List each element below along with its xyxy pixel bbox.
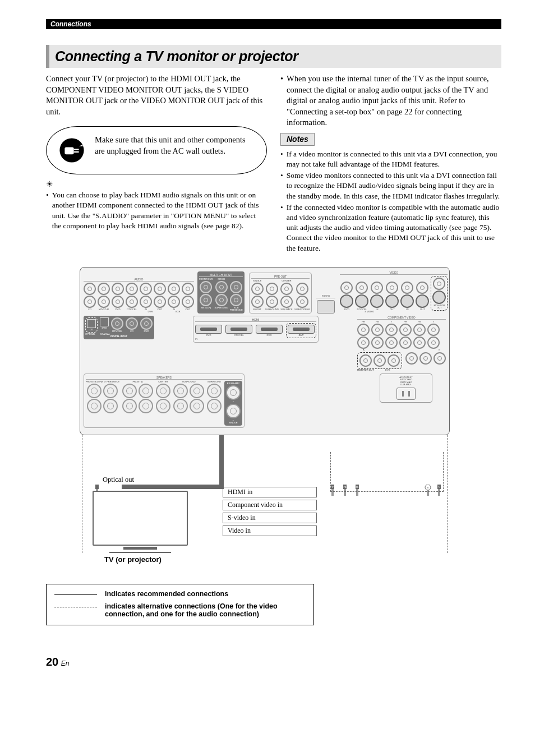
note-1-text: If a video monitor is connected to this … (287, 149, 501, 169)
rca-jack (359, 354, 372, 367)
hdmi-cable (219, 435, 224, 489)
optical-jack (100, 317, 109, 326)
note-2-text: Some video monitors connected to this un… (287, 170, 501, 201)
rca-jack (413, 336, 426, 349)
tip-icon: ☀ (46, 179, 54, 190)
rca-jack (416, 282, 428, 294)
rca-jack (388, 354, 400, 367)
speaker-terminal (173, 384, 188, 398)
dock-port (317, 300, 335, 314)
rca-jack (296, 296, 308, 308)
hdmi-port (288, 325, 315, 334)
rca-jack (399, 336, 412, 349)
component-group: COMPONENT VIDEO PR PB Y PR PB Y A B (357, 316, 446, 372)
monitor-out-component (357, 352, 402, 369)
extra-amp: EX/SB AMP + – SINGLE (224, 381, 242, 426)
rca-jack (399, 324, 412, 336)
speaker-terminal (139, 399, 153, 413)
svg-rect-4 (95, 485, 99, 489)
speaker-terminal (226, 385, 241, 400)
rca-jack (296, 283, 308, 295)
speakers-group: SPEAKERS FRONT B/ZONE 2/ PRESENCE FRONT … (84, 374, 245, 428)
rca-jack (112, 283, 124, 295)
speaker-terminal (103, 384, 118, 398)
rca-jack (215, 294, 228, 306)
speaker-terminal (139, 384, 153, 398)
audio-header: AUDIO (84, 278, 194, 282)
rca-jack (126, 296, 138, 308)
rca-jack (280, 283, 293, 295)
rca-jack (84, 296, 96, 308)
svg-rect-2 (74, 149, 79, 150)
speaker-terminal (103, 399, 118, 413)
svideo-jack (355, 294, 368, 308)
rca-jack (433, 278, 445, 290)
rca-jack (251, 296, 264, 308)
rca-jack (373, 354, 386, 367)
rca-jack (385, 336, 398, 349)
hdmi-group: HDMI DVD DTV/CBL DVR OUT IN (193, 316, 319, 343)
coax-jack (126, 317, 138, 330)
hdmi-in-label: HDMI in (223, 487, 317, 497)
body-columns: Connect your TV (or projector) to the HD… (46, 73, 501, 255)
ac-outlet: AC OUTLET SWITCHED 100W MAX. 0.4A MAX. (380, 374, 432, 403)
rca-jack (371, 336, 384, 349)
component-in-label: Component video in (223, 500, 317, 510)
rca-jack (98, 283, 110, 295)
tv-caption: TV (or projector) (104, 555, 216, 564)
note-3: • If the connected video monitor is comp… (280, 202, 501, 253)
hdmi-port (225, 325, 252, 334)
rca-jack (112, 296, 124, 308)
rca-jack (427, 336, 440, 349)
rca-jack (126, 283, 138, 295)
rca-jack (84, 283, 96, 295)
tip-text: You can choose to play back HDMI audio s… (52, 190, 267, 231)
connection-labels: HDMI in Component video in S-video in Vi… (223, 487, 317, 538)
rca-jack (371, 282, 383, 294)
speaker-terminal (122, 399, 137, 413)
rca-jack (357, 324, 370, 336)
page-number: 20 En (46, 656, 501, 669)
speaker-terminal (156, 384, 170, 398)
speaker-terminal (207, 399, 222, 413)
speaker-terminal (156, 399, 170, 413)
right-bullet-1-text: When you use the internal tuner of the T… (287, 73, 501, 128)
svideo-jack (370, 294, 384, 308)
speaker-terminal (87, 384, 102, 398)
optical-jack (87, 319, 96, 328)
speaker-terminal (190, 384, 204, 398)
note-3-text: If the connected video monitor is compat… (287, 202, 501, 253)
rca-jack (385, 324, 398, 336)
svg-rect-1 (64, 147, 73, 155)
rca-jack (230, 281, 242, 293)
rca-jack (280, 296, 293, 308)
rca-jack (357, 336, 370, 349)
legend-recommended-text: indicates recommended connections (105, 590, 228, 598)
rca-jack (427, 324, 440, 336)
rca-jack (154, 283, 166, 295)
video-header: VIDEO (340, 271, 448, 275)
right-column: • When you use the internal tuner of the… (280, 73, 501, 255)
digital-input: CD DVD DTV/CBL CD DVD OPTICAL COAXIAL DI… (84, 316, 154, 340)
left-column: Connect your TV (or projector) to the HD… (46, 73, 267, 255)
coax-jack (111, 317, 123, 330)
rca-jack (433, 352, 446, 365)
rca-jack (200, 294, 212, 306)
rca-jack (356, 282, 368, 294)
monitor-out-video: MONITOR OUT (431, 276, 448, 311)
rca-jack (98, 296, 110, 308)
svideo-jack (416, 294, 429, 308)
receiver-back-panel: AUDIO CD MD/CD-R DVD DTV/CBL IN OUT IN O… (80, 267, 450, 435)
alt-conn-area (330, 452, 444, 492)
optical-out-label: Optical out (103, 476, 134, 484)
rca-jack (251, 283, 264, 295)
rca-jack (405, 352, 418, 365)
rca-jack (371, 324, 384, 336)
rca-jack (413, 324, 426, 336)
video-in-label: Video in (223, 525, 317, 536)
connection-diagram: AUDIO CD MD/CD-R DVD DTV/CBL IN OUT IN O… (80, 267, 450, 564)
cable-area: Optical out Y PB PR S V HDMI in Componen… (82, 435, 448, 553)
hdmi-cable-h (122, 485, 224, 489)
svideo-in-label: S-video in (223, 513, 317, 523)
rca-jack (168, 296, 180, 308)
